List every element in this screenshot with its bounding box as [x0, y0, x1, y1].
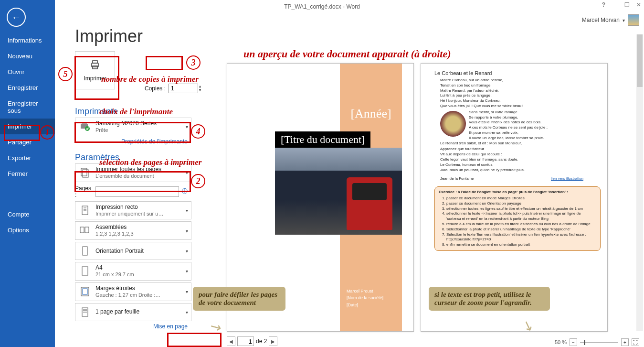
copies-input[interactable] — [169, 84, 198, 93]
annot-num-1: 1 — [40, 125, 54, 140]
spinner-icon[interactable]: ▴▾ — [199, 85, 201, 92]
preview-illustration — [440, 111, 466, 137]
preview-image — [275, 148, 402, 235]
copies-label: Copies : — [145, 85, 166, 92]
chevron-down-icon: ▾ — [186, 228, 188, 233]
sidebar-item-compte[interactable]: Compte — [0, 206, 55, 222]
svg-rect-13 — [85, 227, 89, 233]
exercise-item: passer ce document en mode Marges Etroit… — [446, 196, 596, 201]
zoom-out-button[interactable]: − — [570, 338, 577, 346]
page-title: Imprimer — [75, 26, 237, 46]
sidebar-item-ouvrir[interactable]: Ouvrir — [0, 64, 55, 80]
annot-num-3: 3 — [186, 55, 201, 70]
svg-rect-8 — [82, 206, 88, 215]
exercise-head: Exercice : à l'aide de l'onglet 'mise en… — [439, 190, 568, 194]
annot-num-4: 4 — [191, 124, 205, 139]
preview-meta-company: [Nom de la société] — [347, 294, 383, 301]
sides-dropdown[interactable]: Impression rectoImprimer uniquement sur … — [75, 201, 191, 220]
annot-num-5: 5 — [58, 67, 73, 81]
page-number-input[interactable] — [237, 336, 254, 346]
exercise-item: Sélection le texte 'lien vers illustrati… — [446, 232, 596, 243]
orientation-title: Orientation Portrait — [95, 248, 144, 255]
collate-title: Assemblées — [95, 224, 134, 231]
chevron-down-icon: ▾ — [186, 207, 188, 213]
zoom-in-button[interactable]: + — [621, 338, 629, 346]
zoom-slider[interactable] — [580, 342, 618, 343]
prev-page-button[interactable]: ◀ — [227, 336, 235, 346]
exercise-item: Sélectionner la photo et insérer un habi… — [446, 227, 596, 232]
sidebar-item-fermer[interactable]: Fermer — [0, 166, 55, 182]
sidebar-item-enregistrer[interactable]: Enregistrer — [0, 80, 55, 96]
collate-sub: 1,2,3 1,2,3 1,2,3 — [95, 231, 134, 238]
sides-title: Impression recto — [95, 204, 163, 211]
margins-title: Marges étroites — [95, 285, 160, 292]
preview-p2-link: lien vers illustration — [551, 176, 583, 182]
papersize-title: A4 — [95, 264, 134, 271]
sidebar-item-informations[interactable]: Informations — [0, 33, 55, 48]
annot-top: un aperçu de votre document apparait (à … — [243, 48, 451, 60]
chevron-down-icon: ▾ — [186, 309, 188, 314]
annot-box-printer — [74, 122, 191, 143]
fit-page-button[interactable]: ⛶ — [632, 338, 639, 346]
preview-scrollbar[interactable] — [636, 34, 643, 331]
svg-rect-17 — [83, 289, 87, 294]
next-page-button[interactable]: ▶ — [269, 336, 277, 346]
preview-doc-title: [Titre du document] — [275, 131, 370, 148]
margins-sub: Gauche : 1,27 cm Droite :… — [95, 292, 160, 299]
margins-dropdown[interactable]: Marges étroitesGauche : 1,27 cm Droite :… — [75, 282, 191, 301]
collate-icon — [78, 224, 92, 238]
preview-year: [Année] — [340, 107, 402, 121]
sidebar-item-nouveau[interactable]: Nouveau — [0, 48, 55, 64]
exercise-item: sélectionner le texte <<insérer la photo… — [446, 211, 596, 222]
annot-printer: choix de l'imprimante — [99, 107, 173, 117]
collate-dropdown[interactable]: Assemblées1,2,3 1,2,3 1,2,3 ▾ — [75, 221, 191, 240]
zoom-level: 50 % — [555, 339, 567, 345]
pages-per-sheet-dropdown[interactable]: 1 page par feuille ▾ — [75, 303, 191, 321]
papersize-dropdown[interactable]: A421 cm x 29,7 cm ▾ — [75, 262, 191, 281]
preview-p2-body1: Maître Corbeau, sur un arbre perché, Ten… — [440, 78, 588, 109]
sides-sub: Imprimer uniquement sur u… — [95, 211, 163, 217]
margins-icon — [78, 285, 92, 298]
sidebar-item-exporter[interactable]: Exporter — [0, 150, 55, 166]
orientation-dropdown[interactable]: Orientation Portrait ▾ — [75, 242, 191, 260]
page-total: de 2 — [256, 338, 267, 345]
sidebar-item-enregistrer-sous[interactable]: Enregistrer sous — [0, 96, 55, 119]
exercise-item: sélectionner toutes les lignes sauf le t… — [446, 206, 596, 212]
svg-rect-15 — [82, 267, 88, 275]
svg-rect-14 — [83, 247, 87, 255]
papersize-sub: 21 cm x 29,7 cm — [95, 271, 134, 278]
svg-rect-12 — [80, 227, 84, 233]
sheet-icon — [78, 305, 92, 319]
back-button[interactable]: ← — [7, 8, 26, 27]
chevron-down-icon: ▾ — [186, 249, 188, 254]
sidebar-item-options[interactable]: Options — [0, 222, 55, 238]
preview-p2-title: Le Corbeau et le Renard — [434, 70, 607, 76]
exercise-item: réduire à 4 cm la taille de la photo en … — [446, 222, 596, 227]
chevron-down-icon: ▾ — [186, 289, 188, 294]
annot-balloon-scroll: pour faire défiler les pages de votre do… — [193, 287, 285, 311]
pps-title: 1 page par feuille — [95, 308, 139, 315]
annot-pages: sélection des pages à imprimer — [99, 158, 201, 167]
page-icon — [78, 204, 92, 217]
exercise-item: enfin remettre ce document en orientatio… — [446, 242, 596, 248]
chevron-down-icon: ▾ — [186, 269, 188, 274]
annot-box-pages-dd — [74, 171, 191, 192]
annot-box-sidebar-print — [4, 125, 40, 141]
annot-copies: nombre de copies à imprimer — [101, 75, 199, 84]
annot-balloon-zoom: si le texte est trop petit, utilisez le … — [429, 287, 550, 311]
paper-icon — [78, 264, 92, 278]
preview-meta-date: [Date] — [347, 302, 383, 308]
preview-p2-body3: Apprenez que tout flatteur Vit aux dépen… — [440, 147, 588, 173]
annot-box-copies — [146, 56, 183, 70]
exercise-item: passer ce document en Orientation paysag… — [446, 201, 596, 206]
annot-num-2: 2 — [191, 174, 205, 188]
preview-exercise-box: Exercice : à l'aide de l'onglet 'mise en… — [434, 186, 601, 251]
preview-p2-author: Jean de la Fontaine — [440, 176, 474, 182]
preview-meta-author: Marcel Proust — [347, 288, 383, 294]
portrait-icon — [78, 244, 92, 258]
page-setup-link[interactable]: Mise en page — [75, 323, 188, 330]
backstage-sidebar: ← Informations Nouveau Ouvrir Enregistre… — [0, 0, 55, 347]
